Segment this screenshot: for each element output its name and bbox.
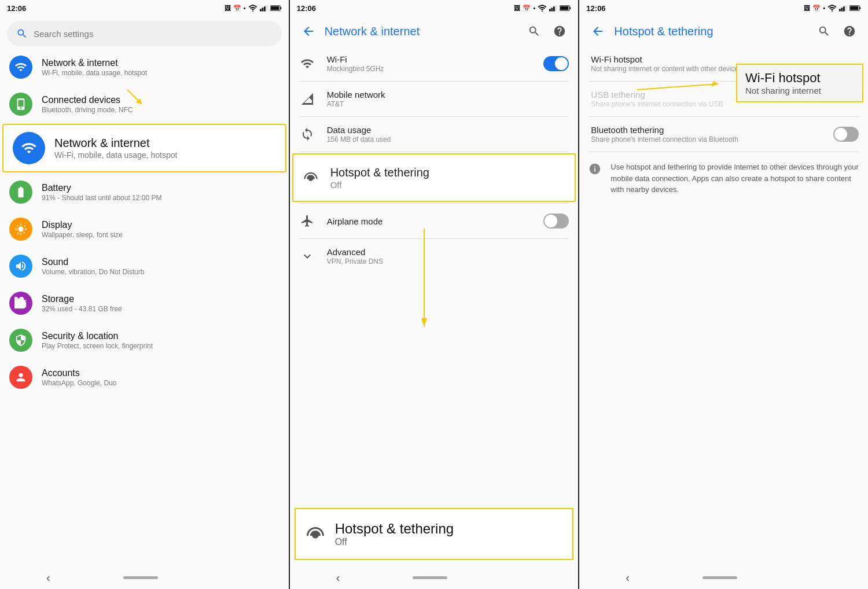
time-2: 12:06 — [297, 4, 316, 13]
home-pill-2[interactable] — [413, 576, 447, 579]
network-icon-top — [9, 56, 32, 79]
wifi-nav-text: Wi-Fi Mockingbird 5GHz — [327, 54, 532, 73]
battery-icon-3 — [849, 5, 861, 12]
home-pill-1[interactable] — [123, 576, 158, 579]
status-icons-2: 🖼 📅 • — [514, 5, 571, 12]
wifi-toggle-switch[interactable] — [543, 56, 569, 71]
settings-text-security: Security & location Play Protect, screen… — [42, 331, 279, 350]
bluetooth-tethering-label: Bluetooth tethering — [591, 125, 822, 135]
airplane-toggle[interactable] — [543, 213, 569, 229]
svg-rect-7 — [280, 7, 281, 9]
wifi-toggle[interactable] — [543, 56, 569, 71]
search-bar[interactable] — [7, 21, 282, 46]
hotspot-ann-title: Hotspot & tethering — [335, 521, 454, 537]
settings-text-storage: Storage 32% used - 43.81 GB free — [42, 294, 279, 313]
settings-text-battery: Battery 91% - Should last until about 12… — [42, 183, 279, 202]
settings-item-battery[interactable]: Battery 91% - Should last until about 12… — [0, 174, 289, 211]
storage-title: Storage — [42, 294, 279, 304]
security-sub: Play Protect, screen lock, fingerprint — [42, 342, 279, 350]
wifi-hotspot-text: Wi-Fi hotspot Not sharing internet or co… — [589, 54, 859, 73]
bluetooth-tethering-sub: Share phone's internet connection via Bl… — [591, 135, 822, 143]
search-button-2[interactable] — [525, 22, 543, 41]
svg-rect-6 — [271, 6, 279, 10]
nav-bluetooth-tethering[interactable]: Bluetooth tethering Share phone's intern… — [579, 117, 868, 152]
sound-title: Sound — [42, 257, 279, 267]
accounts-title: Accounts — [42, 368, 279, 378]
svg-rect-13 — [553, 6, 555, 11]
wifi-icon-3 — [827, 5, 837, 12]
sound-icon — [9, 255, 32, 278]
hotspot-annotation-box: Hotspot & tethering Off — [295, 508, 574, 560]
nav-hotspot[interactable]: Hotspot & tethering Off — [293, 154, 575, 201]
airplane-toggle-switch[interactable] — [543, 213, 569, 229]
panel-hotspot-tethering: 12:06 🖼 📅 • Hotspot & tethering Wi-Fi ho… — [579, 0, 868, 589]
nav-mobile[interactable]: Mobile network AT&T — [290, 82, 579, 116]
battery-title: Battery — [42, 183, 279, 193]
display-title: Display — [42, 220, 279, 230]
bottom-nav-1: ‹ — [0, 566, 289, 589]
wifi-network: Mockingbird 5GHz — [327, 65, 532, 73]
connected-sub: Bluetooth, driving mode, NFC — [42, 106, 279, 114]
hotspot-ann-sub: Off — [335, 537, 454, 547]
wifi-label: Wi-Fi — [327, 54, 532, 64]
wifi-icon-2 — [538, 5, 547, 12]
svg-rect-3 — [264, 6, 266, 11]
bluetooth-toggle-switch[interactable] — [833, 127, 859, 142]
security-title: Security & location — [42, 331, 279, 341]
settings-list: Network & internet Wi-Fi, mobile, data u… — [0, 49, 289, 566]
settings-item-network-highlighted[interactable]: Network & internet Wi-Fi, mobile, data u… — [2, 124, 286, 172]
svg-point-20 — [832, 10, 833, 12]
nav-airplane[interactable]: Airplane mode — [290, 204, 579, 238]
nav-data[interactable]: Data usage 156 MB of data used — [290, 117, 579, 152]
settings-item-sound[interactable]: Sound Volume, vibration, Do Not Disturb — [0, 248, 289, 285]
search-input[interactable] — [34, 29, 273, 39]
settings-item-storage[interactable]: Storage 32% used - 43.81 GB free — [0, 285, 289, 322]
svg-rect-24 — [845, 5, 847, 12]
back-button-3[interactable] — [589, 22, 607, 41]
svg-rect-11 — [549, 9, 551, 11]
data-amount: 156 MB of data used — [327, 135, 569, 143]
settings-text-display: Display Wallpaper, sleep, font size — [42, 220, 279, 239]
bluetooth-toggle[interactable] — [833, 127, 859, 142]
svg-rect-1 — [260, 9, 262, 11]
settings-text-network-top: Network & internet Wi-Fi, mobile, data u… — [42, 58, 279, 77]
settings-item-security[interactable]: Security & location Play Protect, screen… — [0, 322, 289, 359]
accounts-icon — [9, 366, 32, 389]
nav-advanced[interactable]: Advanced VPN, Private DNS — [290, 239, 579, 274]
hotspot-status: Off — [330, 180, 566, 190]
back-button-3b[interactable]: ‹ — [626, 571, 630, 584]
nav-wifi[interactable]: Wi-Fi Mockingbird 5GHz — [290, 46, 579, 81]
nav-wifi-hotspot[interactable]: Wi-Fi hotspot Not sharing internet or co… — [579, 46, 868, 81]
back-button-1[interactable]: ‹ — [46, 571, 50, 584]
back-button-2b[interactable]: ‹ — [336, 571, 340, 584]
settings-item-connected[interactable]: Connected devices Bluetooth, driving mod… — [0, 86, 289, 123]
back-button-2[interactable] — [299, 22, 318, 41]
dot-icon: • — [244, 5, 246, 12]
bottom-nav-2: ‹ — [290, 566, 579, 589]
data-label: Data usage — [327, 125, 569, 135]
svg-rect-26 — [850, 6, 858, 10]
settings-item-display[interactable]: Display Wallpaper, sleep, font size — [0, 211, 289, 248]
hotspot-info-row: Use hotspot and tethering to provide int… — [579, 152, 868, 205]
storage-sub: 32% used - 43.81 GB free — [42, 305, 279, 313]
network-sub-highlighted: Wi-Fi, mobile, data usage, hotspot — [54, 150, 276, 160]
bottom-nav-3: ‹ — [579, 566, 868, 589]
hotspot-header: Hotspot & tethering — [579, 16, 868, 46]
settings-item-network-top[interactable]: Network & internet Wi-Fi, mobile, data u… — [0, 49, 289, 86]
status-icons-3: 🖼 📅 • — [804, 5, 861, 12]
display-icon — [9, 218, 32, 241]
hotspot-page-title: Hotspot & tethering — [614, 25, 808, 38]
hotspot-label: Hotspot & tethering — [330, 166, 566, 179]
mobile-label: Mobile network — [327, 90, 569, 100]
advanced-label: Advanced — [327, 247, 569, 257]
home-pill-3[interactable] — [703, 576, 737, 579]
search-button-3[interactable] — [815, 22, 833, 41]
svg-rect-12 — [551, 8, 553, 11]
help-button-3[interactable] — [840, 22, 859, 41]
settings-item-accounts[interactable]: Accounts WhatsApp, Google, Duo — [0, 359, 289, 396]
hotspot-nav-icon — [303, 170, 319, 186]
network-icon-highlighted — [13, 132, 45, 164]
network-title: Network & internet — [325, 25, 518, 38]
storage-icon — [9, 292, 32, 315]
help-button-2[interactable] — [550, 22, 569, 41]
